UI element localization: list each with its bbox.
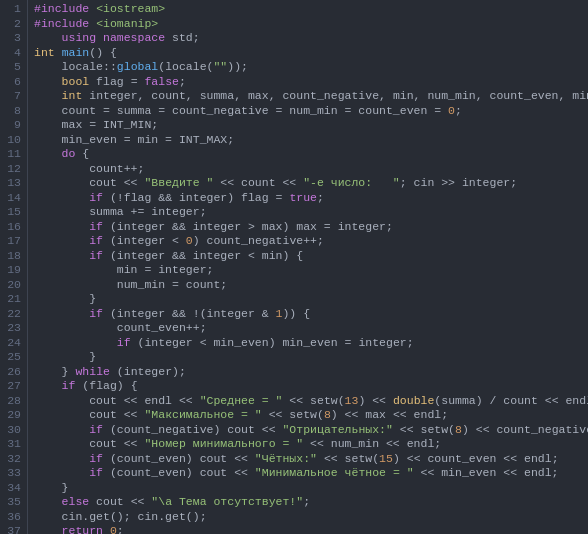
line-number: 6 [4,75,21,90]
token-fn: global [117,60,158,73]
line-number: 2 [4,17,21,32]
line-number: 13 [4,176,21,191]
line-number: 21 [4,292,21,307]
token-plain: locale:: [34,60,117,73]
code-line: count++; [34,162,582,177]
token-plain: max = INT_MIN; [34,118,158,131]
line-number: 31 [4,437,21,452]
token-plain: )) { [282,307,310,320]
token-plain: << num_min << endl; [303,437,441,450]
token-num: 0 [186,234,193,247]
token-plain [34,452,89,465]
code-line: count = summa = count_negative = num_min… [34,104,582,119]
code-line: if (count_even) cout << "Минимальное чёт… [34,466,582,481]
code-line: min_even = min = INT_MAX; [34,133,582,148]
token-kw: using namespace [34,31,165,44]
token-kw: if [89,423,103,436]
code-line: if (integer && integer < min) { [34,249,582,264]
token-plain: summa += integer; [34,205,207,218]
token-plain: ; cin >> integer; [400,176,517,189]
token-num: 8 [455,423,462,436]
line-number: 17 [4,234,21,249]
token-str: "Номер минимального = " [144,437,303,450]
code-line: } while (integer); [34,365,582,380]
line-numbers: 1234567891011121314151617181920212223242… [0,0,28,534]
line-number: 11 [4,147,21,162]
token-kw: #include [34,17,89,30]
token-str: "\a Тема отсутствует!" [151,495,303,508]
line-number: 4 [4,46,21,61]
line-number: 12 [4,162,21,177]
token-plain: << setw( [282,394,344,407]
code-line: using namespace std; [34,31,582,46]
token-plain [34,379,62,392]
token-type: int [62,89,83,102]
token-num: 0 [110,524,117,534]
token-plain: << setw( [262,408,324,421]
token-plain: num_min = count; [34,278,227,291]
token-kw: true [289,191,317,204]
token-plain [34,524,62,534]
code-line: int main() { [34,46,582,61]
line-number: 10 [4,133,21,148]
token-plain: min = integer; [34,263,213,276]
token-plain: ) << count_even << endl; [393,452,559,465]
token-str: "Отрицательных:" [282,423,392,436]
token-str: "Максимальное = " [144,408,261,421]
code-line: cout << "Максимальное = " << setw(8) << … [34,408,582,423]
token-plain: integer, count, summa, max, count_negati… [82,89,588,102]
code-line: cout << endl << "Среднее = " << setw(13)… [34,394,582,409]
line-number: 32 [4,452,21,467]
token-kw: if [89,307,103,320]
token-plain: cout << endl << [34,394,200,407]
token-plain: cout << [34,176,144,189]
code-line: cin.get(); cin.get(); [34,510,582,525]
line-number: 8 [4,104,21,119]
token-type: bool [62,75,90,88]
token-type: double [393,394,434,407]
token-plain [34,75,62,88]
token-plain: (!flag && integer) flag = [103,191,289,204]
token-plain: (locale( [158,60,213,73]
token-kw: do [62,147,76,160]
token-str: "-е число: " [303,176,400,189]
token-plain: << min_even << endl; [414,466,559,479]
token-plain: (count_even) cout << [103,452,255,465]
line-number: 37 [4,524,21,534]
line-number: 28 [4,394,21,409]
token-plain: count++; [34,162,144,175]
line-number: 30 [4,423,21,438]
token-plain: cin.get(); cin.get(); [34,510,207,523]
line-number: 22 [4,307,21,322]
token-str: "Минимальное чётное = " [255,466,414,479]
line-number: 9 [4,118,21,133]
token-kw: if [89,466,103,479]
token-plain [34,336,117,349]
code-line: if (integer && !(integer & 1)) { [34,307,582,322]
code-line: if (count_negative) cout << "Отрицательн… [34,423,582,438]
token-plain [55,46,62,59]
line-number: 20 [4,278,21,293]
token-plain [34,423,89,436]
code-line: if (flag) { [34,379,582,394]
token-plain: ; [455,104,462,117]
token-plain: } [34,365,75,378]
code-area[interactable]: #include <iostream>#include <iomanip> us… [28,0,588,534]
token-plain: min_even = min = INT_MAX; [34,133,234,146]
token-plain: ; [117,524,124,534]
line-number: 34 [4,481,21,496]
token-plain: ) << count_negative << endl; [462,423,588,436]
code-line: count_even++; [34,321,582,336]
token-plain: ; [317,191,324,204]
line-number: 16 [4,220,21,235]
code-line: do { [34,147,582,162]
token-fn: main [62,46,90,59]
code-line: #include <iostream> [34,2,582,17]
code-line: num_min = count; [34,278,582,293]
line-number: 5 [4,60,21,75]
token-num: 13 [345,394,359,407]
code-line: min = integer; [34,263,582,278]
token-kw: else [62,495,90,508]
line-number: 3 [4,31,21,46]
code-line: cout << "Введите " << count << "-е число… [34,176,582,191]
